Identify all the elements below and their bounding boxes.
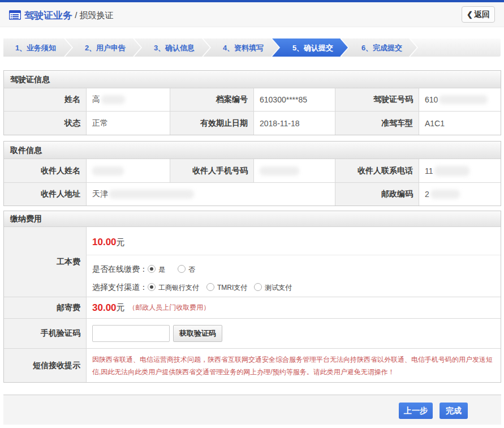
svg-text:4、资料填写: 4、资料填写 bbox=[223, 44, 264, 52]
svg-text:2、用户申告: 2、用户申告 bbox=[85, 44, 126, 52]
svg-text:6、完成提交: 6、完成提交 bbox=[361, 44, 402, 52]
svg-text:1、业务须知: 1、业务须知 bbox=[15, 44, 56, 52]
svg-text:3、确认信息: 3、确认信息 bbox=[154, 44, 195, 52]
svg-text:5、确认提交: 5、确认提交 bbox=[292, 44, 333, 52]
